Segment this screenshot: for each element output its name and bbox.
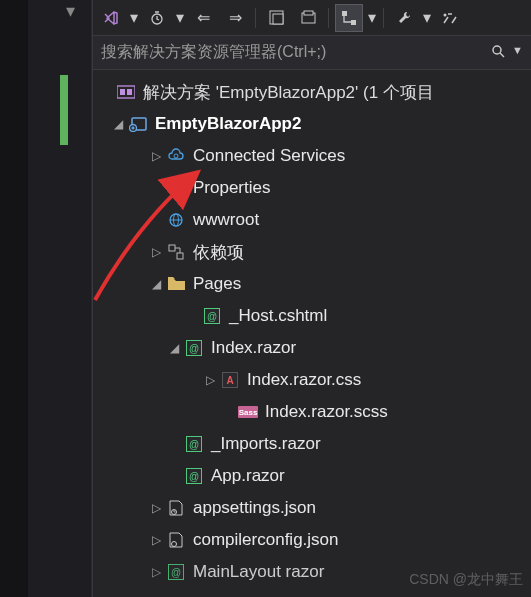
- tree-view-icon[interactable]: [335, 4, 363, 32]
- index-scss-node[interactable]: ▷ Sass Index.razor.scss: [93, 396, 531, 428]
- tree-item-label: Connected Services: [193, 146, 345, 166]
- forward-icon[interactable]: ⇒: [221, 4, 249, 32]
- svg-rect-2: [273, 14, 283, 24]
- svg-rect-17: [169, 245, 175, 251]
- connected-services-node[interactable]: ▷ Connected Services: [93, 140, 531, 172]
- dropdown-icon[interactable]: ▾: [422, 4, 432, 32]
- project-label: EmptyBlazorApp2: [155, 114, 301, 134]
- solution-icon: [115, 84, 137, 100]
- compilerconfig-node[interactable]: ▷ compilerconfig.json: [93, 524, 531, 556]
- tree-item-label: Index.razor: [211, 338, 296, 358]
- dropdown-icon[interactable]: ▼: [512, 44, 523, 62]
- expander-icon[interactable]: ▷: [147, 501, 165, 515]
- separator: [383, 8, 384, 28]
- search-icons: ▼: [491, 44, 523, 62]
- pages-folder-node[interactable]: ◢ Pages: [93, 268, 531, 300]
- collapse-icon[interactable]: [262, 4, 290, 32]
- back-icon[interactable]: ⇐: [189, 4, 217, 32]
- razor-icon: @: [183, 340, 205, 356]
- expander-icon[interactable]: ▷: [147, 149, 165, 163]
- cloud-icon: [165, 148, 187, 164]
- toolbar: ▾ ▾ ⇐ ⇒ ▾ ▾: [93, 0, 531, 36]
- tree-item-label: _Imports.razor: [211, 434, 321, 454]
- tree-item-label: Properties: [193, 178, 270, 198]
- host-file-node[interactable]: ▷ @ _Host.cshtml: [93, 300, 531, 332]
- tree-item-label: App.razor: [211, 466, 285, 486]
- search-icon[interactable]: [491, 44, 506, 62]
- css-icon: A: [219, 372, 241, 388]
- tree-item-label: appsettings.json: [193, 498, 316, 518]
- separator: [255, 8, 256, 28]
- json-icon: [165, 532, 187, 548]
- editor-gutter: ▾: [0, 0, 92, 597]
- tree-item-label: wwwroot: [193, 210, 259, 230]
- svg-point-8: [493, 46, 501, 54]
- project-node[interactable]: ◢ EmptyBlazorApp2: [93, 108, 531, 140]
- dropdown-icon[interactable]: ▾: [129, 4, 139, 32]
- svg-rect-11: [127, 89, 132, 95]
- dropdown-icon[interactable]: ▾: [367, 4, 377, 32]
- sync-icon[interactable]: [294, 4, 322, 32]
- razor-icon: @: [165, 564, 187, 580]
- index-css-node[interactable]: ▷ A Index.razor.css: [93, 364, 531, 396]
- vs-logo-icon[interactable]: [97, 4, 125, 32]
- gutter-strip: [0, 0, 28, 597]
- razor-icon: @: [183, 468, 205, 484]
- tree-item-label: MainLayout razor: [193, 562, 324, 582]
- properties-node[interactable]: ▷ Properties: [93, 172, 531, 204]
- imports-file-node[interactable]: ▷ @ _Imports.razor: [93, 428, 531, 460]
- svg-rect-10: [120, 89, 125, 95]
- wrench-icon: [165, 180, 187, 196]
- folder-icon: [165, 277, 187, 291]
- search-bar[interactable]: 搜索解决方案资源管理器(Ctrl+;) ▼: [93, 36, 531, 70]
- dependencies-icon: [165, 244, 187, 260]
- expander-icon[interactable]: ◢: [165, 341, 183, 355]
- svg-rect-4: [304, 11, 313, 15]
- tree-item-label: Pages: [193, 274, 241, 294]
- solution-tree: ▷ 解决方案 'EmptyBlazorApp2' (1 个项目 ◢ EmptyB…: [93, 70, 531, 588]
- dropdown-icon[interactable]: ▾: [175, 4, 185, 32]
- globe-icon: [165, 212, 187, 228]
- watermark: CSDN @龙中舞王: [409, 571, 523, 589]
- tree-item-label: _Host.cshtml: [229, 306, 327, 326]
- change-marker: [60, 75, 68, 145]
- expander-icon[interactable]: ◢: [109, 117, 127, 131]
- search-placeholder: 搜索解决方案资源管理器(Ctrl+;): [101, 42, 491, 63]
- index-file-node[interactable]: ◢ @ Index.razor: [93, 332, 531, 364]
- tree-item-label: Index.razor.scss: [265, 402, 388, 422]
- razor-icon: @: [183, 436, 205, 452]
- svg-point-14: [174, 154, 178, 158]
- solution-node[interactable]: ▷ 解决方案 'EmptyBlazorApp2' (1 个项目: [93, 76, 531, 108]
- project-icon: [127, 116, 149, 132]
- svg-rect-9: [117, 86, 135, 98]
- solution-label: 解决方案 'EmptyBlazorApp2' (1 个项目: [143, 81, 434, 104]
- advanced-icon[interactable]: [436, 4, 464, 32]
- dependencies-node[interactable]: ▷ 依赖项: [93, 236, 531, 268]
- expander-icon[interactable]: ▷: [147, 533, 165, 547]
- tree-item-label: compilerconfig.json: [193, 530, 339, 550]
- app-file-node[interactable]: ▷ @ App.razor: [93, 460, 531, 492]
- json-icon: [165, 500, 187, 516]
- collapse-arrow-icon: ▾: [66, 0, 75, 22]
- razor-icon: @: [201, 308, 223, 324]
- svg-rect-5: [342, 11, 347, 16]
- expander-icon[interactable]: ▷: [201, 373, 219, 387]
- expander-icon[interactable]: ▷: [147, 565, 165, 579]
- expander-icon[interactable]: ▷: [147, 245, 165, 259]
- appsettings-node[interactable]: ▷ appsettings.json: [93, 492, 531, 524]
- svg-point-7: [444, 13, 447, 16]
- separator: [328, 8, 329, 28]
- svg-rect-18: [177, 253, 183, 259]
- solution-explorer-panel: ▾ ▾ ⇐ ⇒ ▾ ▾ 搜索解决方案资源管理器(Ctrl+;): [92, 0, 531, 597]
- wwwroot-node[interactable]: ▷ wwwroot: [93, 204, 531, 236]
- expander-icon[interactable]: ◢: [147, 277, 165, 291]
- wrench-icon[interactable]: [390, 4, 418, 32]
- svg-point-20: [172, 542, 177, 547]
- scss-icon: Sass: [237, 406, 259, 418]
- history-icon[interactable]: [143, 4, 171, 32]
- svg-rect-6: [351, 20, 356, 25]
- tree-item-label: Index.razor.css: [247, 370, 361, 390]
- tree-item-label: 依赖项: [193, 241, 244, 264]
